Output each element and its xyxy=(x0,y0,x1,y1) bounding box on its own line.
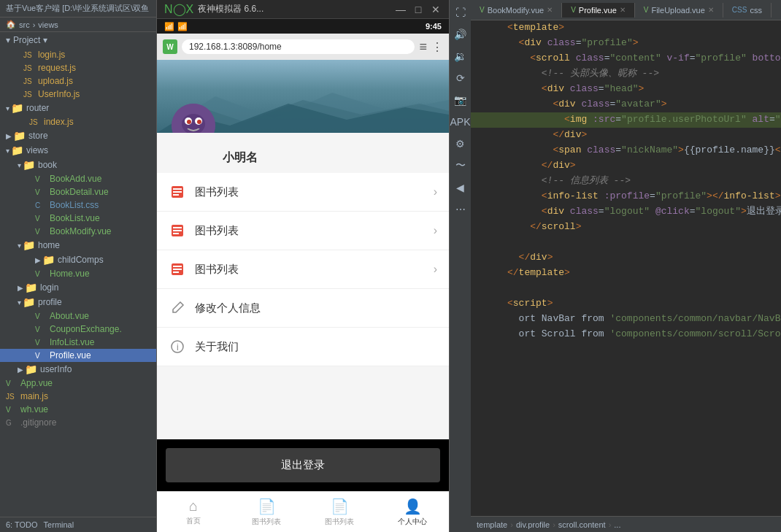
tab-close-bookmodify[interactable]: ✕ xyxy=(547,6,553,14)
tree-item-gitignore[interactable]: G .gitignore xyxy=(0,416,156,429)
logout-button[interactable]: 退出登录 xyxy=(166,448,440,482)
terminal-tab[interactable]: Terminal xyxy=(44,520,74,529)
tree-item-home-folder[interactable]: ▾ 📁 home xyxy=(0,238,156,252)
menu-arrow-1: › xyxy=(434,185,437,198)
tab-close-profile[interactable]: ✕ xyxy=(620,6,626,14)
code-line: <div class="head"> xyxy=(471,82,781,97)
svg-point-7 xyxy=(187,120,191,124)
menu-arrow-2: › xyxy=(434,224,437,237)
menu-item-about[interactable]: i 关于我们 xyxy=(157,328,449,366)
menu-list: 图书列表 › 图书列表 › 图书列表 › 修改 xyxy=(157,173,449,439)
tab-bookmodify[interactable]: V BookModify.vue ✕ xyxy=(471,3,562,18)
tree-item-upload-js[interactable]: JS upload.js xyxy=(0,74,156,88)
code-line: <info-list :profile="profile"></info-lis… xyxy=(471,189,781,204)
tab-profile[interactable]: V Profile.vue ✕ xyxy=(562,3,635,18)
tree-item-main-js[interactable]: JS main.js xyxy=(0,390,156,403)
tree-item-request-js[interactable]: JS request.js xyxy=(0,61,156,74)
settings-btn[interactable]: ⚙ xyxy=(451,134,470,153)
code-area[interactable]: <template> <div class="profile"> <scroll… xyxy=(471,20,781,516)
menu-label-edit: 修改个人信息 xyxy=(195,301,437,315)
menu-item-booklist-2[interactable]: 图书列表 › xyxy=(157,212,449,250)
more-btn[interactable]: ⋯ xyxy=(451,200,470,219)
screenshot-btn[interactable]: 📷 xyxy=(451,90,470,109)
code-line: <span class="nickName">{{profile.name}}<… xyxy=(471,143,781,158)
tab-css[interactable]: CSS css xyxy=(723,3,772,18)
maximize-btn[interactable]: □ xyxy=(412,4,424,15)
volume-up-btn[interactable]: 🔊 xyxy=(451,25,470,44)
shake-btn[interactable]: 〜 xyxy=(451,156,470,175)
todo-tab[interactable]: 6: TODO xyxy=(6,520,38,529)
tree-item-router-folder[interactable]: ▾ 📁 router xyxy=(0,101,156,115)
tree-item-userinfo-js[interactable]: JS UserInfo.js xyxy=(0,88,156,101)
breadcrumb-div-profile: div.profile xyxy=(516,520,550,529)
code-line xyxy=(471,235,781,250)
close-btn[interactable]: ✕ xyxy=(430,4,442,15)
tree-item-coupon-vue[interactable]: V CouponExchange. xyxy=(0,323,156,336)
browser-url-bar[interactable]: 192.168.1.3:8089/home xyxy=(182,39,415,54)
code-line: <div class="logout" @click="logout">退出登录… xyxy=(471,204,781,220)
tree-item-infolist-vue[interactable]: V InfoList.vue xyxy=(0,336,156,349)
tree-item-store-folder[interactable]: ▶ 📁 store xyxy=(0,128,156,143)
tree-item-app-vue[interactable]: V App.vue xyxy=(0,377,156,390)
tree-item-book-folder[interactable]: ▾ 📁 book xyxy=(0,158,156,172)
tree-item-profile-vue[interactable]: V Profile.vue xyxy=(0,349,156,362)
tree-item-bookadd-vue[interactable]: V BookAdd.vue xyxy=(0,172,156,185)
profile-name-area: 小明名 xyxy=(157,133,449,173)
nav-item-home[interactable]: ⌂ 首页 xyxy=(157,492,230,532)
tree-item-childcomps-folder[interactable]: ▶ 📁 childComps xyxy=(0,252,156,267)
tree-item-home-vue[interactable]: V Home.vue xyxy=(0,267,156,280)
tree-item-views-folder[interactable]: ▾ 📁 views xyxy=(0,143,156,158)
code-line: <template> xyxy=(471,20,781,36)
tree-item-bookmodify-vue[interactable]: V BookModify.vue xyxy=(0,225,156,238)
menu-arrow-3: › xyxy=(434,263,437,276)
menu-item-booklist-3[interactable]: 图书列表 › xyxy=(157,250,449,289)
fullscreen-btn[interactable]: ⛶ xyxy=(451,3,470,22)
nav-item-booklist-2[interactable]: 📄 图书列表 xyxy=(303,492,376,532)
breadcrumb-template: template xyxy=(477,520,507,529)
browser-logo: W xyxy=(163,39,177,54)
tree-item-bookdetail-vue[interactable]: V BookDetail.vue xyxy=(0,185,156,198)
project-header[interactable]: ▾ Project ▾ xyxy=(0,32,156,48)
tree-item-login-js[interactable]: JS login.js xyxy=(0,48,156,61)
tree-item-userinfo-folder[interactable]: ▶ 📁 userInfo xyxy=(0,362,156,377)
tree-item-wh-vue[interactable]: V wh.vue xyxy=(0,403,156,416)
profile-icon: 👤 xyxy=(404,498,422,515)
bottom-nav: ⌂ 首页 📄 图书列表 📄 图书列表 👤 个人中心 xyxy=(157,491,449,532)
volume-down-btn[interactable]: 🔉 xyxy=(451,47,470,66)
svg-rect-11 xyxy=(173,188,182,190)
svg-rect-21 xyxy=(173,271,179,273)
nav-item-booklist-1[interactable]: 📄 图书列表 xyxy=(230,492,303,532)
tree-item-booklist-vue[interactable]: V BookList.vue xyxy=(0,212,156,225)
code-line: </template> xyxy=(471,266,781,281)
emulator-right-toolbar: ⛶ 🔊 🔉 ⟳ 📷 APK ⚙ 〜 ◀ ⋯ xyxy=(449,0,471,532)
code-line: </scroll> xyxy=(471,220,781,235)
info-icon: i xyxy=(169,338,186,355)
svg-rect-20 xyxy=(173,269,182,270)
apk-btn[interactable]: APK xyxy=(451,112,470,131)
tree-item-profile-folder[interactable]: ▾ 📁 profile xyxy=(0,295,156,309)
tree-item-login-folder[interactable]: ▶ 📁 login xyxy=(0,280,156,295)
back-btn[interactable]: ◀ xyxy=(451,178,470,197)
svg-rect-13 xyxy=(173,194,179,196)
tab-fileupload[interactable]: V FileUpload.vue ✕ xyxy=(635,3,723,18)
file-tree-panel: 基于Vue客户端 [D:\毕业系统调试区\双鱼 🏠 src › views ▾ … xyxy=(0,0,157,532)
menu-item-edit-profile[interactable]: 修改个人信息 xyxy=(157,289,449,328)
edit-icon xyxy=(169,299,186,317)
breadcrumb-status-bar: template › div.profile › scroll.content … xyxy=(471,516,781,532)
tree-item-booklist-css[interactable]: C BookList.css xyxy=(0,198,156,212)
nav-item-profile[interactable]: 👤 个人中心 xyxy=(376,492,449,532)
emulator-top-bar: N◯X 夜神模拟器 6.6... — □ ✕ xyxy=(157,0,449,19)
browser-bar: W 192.168.1.3:8089/home ≡ ⋮ xyxy=(157,34,449,60)
browser-menu-dots[interactable]: ⋮ xyxy=(431,40,443,54)
editor-tabs: V BookModify.vue ✕ V Profile.vue ✕ V Fil… xyxy=(471,0,781,20)
rotate-btn[interactable]: ⟳ xyxy=(451,69,470,88)
minimize-btn[interactable]: — xyxy=(395,4,407,15)
svg-rect-15 xyxy=(173,227,182,228)
menu-item-booklist-1[interactable]: 图书列表 › xyxy=(157,173,449,212)
breadcrumb-bar: 🏠 src › views xyxy=(0,18,156,32)
emulator-title: 夜神模拟器 6.6... xyxy=(198,3,263,15)
tab-close-fileupload[interactable]: ✕ xyxy=(708,6,714,14)
tree-item-index-js[interactable]: JS index.js xyxy=(0,115,156,128)
phone-time: 9:45 xyxy=(426,22,442,31)
tree-item-about-vue[interactable]: V About.vue xyxy=(0,309,156,323)
